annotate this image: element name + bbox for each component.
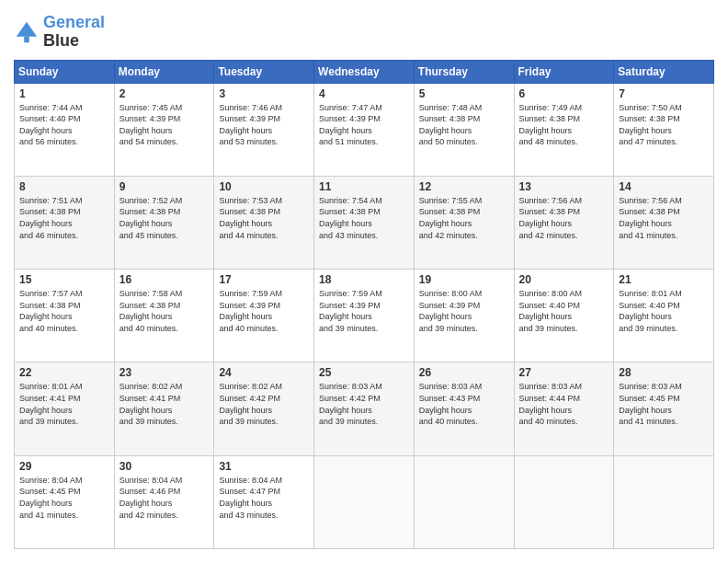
calendar-cell: 8 Sunrise: 7:51 AM Sunset: 4:38 PM Dayli… [15,176,115,269]
week-row-1: 1 Sunrise: 7:44 AM Sunset: 4:40 PM Dayli… [15,83,714,176]
cell-info: Sunrise: 7:48 AM Sunset: 4:38 PM Dayligh… [419,102,509,148]
cell-info: Sunrise: 8:02 AM Sunset: 4:41 PM Dayligh… [119,381,210,427]
weekday-header-row: SundayMondayTuesdayWednesdayThursdayFrid… [15,60,714,83]
cell-info: Sunrise: 7:45 AM Sunset: 4:39 PM Dayligh… [119,102,210,148]
calendar-cell: 28 Sunrise: 8:03 AM Sunset: 4:45 PM Dayl… [614,362,714,455]
day-number: 18 [319,273,409,286]
calendar-cell: 18 Sunrise: 7:59 AM Sunset: 4:39 PM Dayl… [314,270,415,362]
calendar-cell: 30 Sunrise: 8:04 AM Sunset: 4:46 PM Dayl… [114,455,214,548]
weekday-monday: Monday [114,60,214,83]
calendar-cell: 3 Sunrise: 7:46 AM Sunset: 4:39 PM Dayli… [214,83,314,176]
cell-info: Sunrise: 7:51 AM Sunset: 4:38 PM Dayligh… [19,195,109,241]
calendar-cell: 5 Sunrise: 7:48 AM Sunset: 4:38 PM Dayli… [414,83,514,176]
day-number: 17 [219,273,309,286]
calendar-cell [514,455,614,548]
cell-info: Sunrise: 7:47 AM Sunset: 4:39 PM Dayligh… [319,102,409,148]
logo-text: General Blue [43,14,105,51]
calendar-cell: 16 Sunrise: 7:58 AM Sunset: 4:38 PM Dayl… [114,270,214,362]
cell-info: Sunrise: 7:50 AM Sunset: 4:38 PM Dayligh… [619,102,709,148]
day-number: 22 [19,366,109,379]
calendar-cell: 25 Sunrise: 8:03 AM Sunset: 4:42 PM Dayl… [314,362,415,455]
calendar-cell: 31 Sunrise: 8:04 AM Sunset: 4:47 PM Dayl… [214,455,314,548]
cell-info: Sunrise: 8:04 AM Sunset: 4:45 PM Dayligh… [19,475,109,521]
day-number: 9 [119,180,210,193]
cell-info: Sunrise: 8:03 AM Sunset: 4:42 PM Dayligh… [319,381,409,427]
day-number: 24 [219,366,309,379]
calendar-cell: 9 Sunrise: 7:52 AM Sunset: 4:38 PM Dayli… [114,176,214,269]
calendar-cell: 1 Sunrise: 7:44 AM Sunset: 4:40 PM Dayli… [15,83,115,176]
calendar-cell [414,455,514,548]
calendar-cell: 27 Sunrise: 8:03 AM Sunset: 4:44 PM Dayl… [514,362,614,455]
cell-info: Sunrise: 8:03 AM Sunset: 4:43 PM Dayligh… [419,381,509,427]
weekday-friday: Friday [514,60,614,83]
svg-rect-1 [24,36,29,42]
day-number: 4 [319,87,409,100]
header: General Blue [14,14,714,51]
day-number: 5 [419,87,509,100]
day-number: 30 [119,460,210,473]
day-number: 8 [19,180,109,193]
calendar-cell: 13 Sunrise: 7:56 AM Sunset: 4:38 PM Dayl… [514,176,614,269]
calendar-cell: 24 Sunrise: 8:02 AM Sunset: 4:42 PM Dayl… [214,362,314,455]
week-row-3: 15 Sunrise: 7:57 AM Sunset: 4:38 PM Dayl… [15,270,714,362]
weekday-wednesday: Wednesday [314,60,415,83]
day-number: 7 [619,87,709,100]
weekday-saturday: Saturday [614,60,714,83]
calendar-cell: 26 Sunrise: 8:03 AM Sunset: 4:43 PM Dayl… [414,362,514,455]
svg-marker-0 [17,22,37,37]
day-number: 14 [619,180,709,193]
day-number: 23 [119,366,210,379]
cell-info: Sunrise: 7:59 AM Sunset: 4:39 PM Dayligh… [319,288,409,334]
cell-info: Sunrise: 7:56 AM Sunset: 4:38 PM Dayligh… [619,195,709,241]
week-row-4: 22 Sunrise: 8:01 AM Sunset: 4:41 PM Dayl… [15,362,714,455]
day-number: 25 [319,366,409,379]
calendar-table: SundayMondayTuesdayWednesdayThursdayFrid… [14,60,714,549]
cell-info: Sunrise: 7:58 AM Sunset: 4:38 PM Dayligh… [119,288,210,334]
cell-info: Sunrise: 7:52 AM Sunset: 4:38 PM Dayligh… [119,195,210,241]
day-number: 20 [519,273,609,286]
cell-info: Sunrise: 8:00 AM Sunset: 4:40 PM Dayligh… [519,288,609,334]
day-number: 3 [219,87,309,100]
day-number: 13 [519,180,609,193]
day-number: 21 [619,273,709,286]
calendar-cell [314,455,415,548]
calendar-cell: 4 Sunrise: 7:47 AM Sunset: 4:39 PM Dayli… [314,83,415,176]
cell-info: Sunrise: 7:55 AM Sunset: 4:38 PM Dayligh… [419,195,509,241]
cell-info: Sunrise: 7:59 AM Sunset: 4:39 PM Dayligh… [219,288,309,334]
day-number: 10 [219,180,309,193]
day-number: 31 [219,460,309,473]
day-number: 15 [19,273,109,286]
day-number: 11 [319,180,409,193]
cell-info: Sunrise: 8:01 AM Sunset: 4:41 PM Dayligh… [19,381,109,427]
day-number: 19 [419,273,509,286]
cell-info: Sunrise: 8:00 AM Sunset: 4:39 PM Dayligh… [419,288,509,334]
calendar-cell: 2 Sunrise: 7:45 AM Sunset: 4:39 PM Dayli… [114,83,214,176]
calendar-cell: 10 Sunrise: 7:53 AM Sunset: 4:38 PM Dayl… [214,176,314,269]
calendar-cell: 15 Sunrise: 7:57 AM Sunset: 4:38 PM Dayl… [15,270,115,362]
page: General Blue SundayMondayTuesdayWednesda… [0,0,728,563]
day-number: 2 [119,87,210,100]
calendar-cell: 17 Sunrise: 7:59 AM Sunset: 4:39 PM Dayl… [214,270,314,362]
calendar-cell [614,455,714,548]
day-number: 16 [119,273,210,286]
cell-info: Sunrise: 8:03 AM Sunset: 4:44 PM Dayligh… [519,381,609,427]
calendar-cell: 12 Sunrise: 7:55 AM Sunset: 4:38 PM Dayl… [414,176,514,269]
day-number: 28 [619,366,709,379]
calendar-cell: 6 Sunrise: 7:49 AM Sunset: 4:38 PM Dayli… [514,83,614,176]
cell-info: Sunrise: 7:46 AM Sunset: 4:39 PM Dayligh… [219,102,309,148]
cell-info: Sunrise: 7:54 AM Sunset: 4:38 PM Dayligh… [319,195,409,241]
cell-info: Sunrise: 8:03 AM Sunset: 4:45 PM Dayligh… [619,381,709,427]
weekday-sunday: Sunday [15,60,115,83]
calendar-cell: 22 Sunrise: 8:01 AM Sunset: 4:41 PM Dayl… [15,362,115,455]
day-number: 6 [519,87,609,100]
logo-icon [14,19,40,45]
calendar-cell: 14 Sunrise: 7:56 AM Sunset: 4:38 PM Dayl… [614,176,714,269]
calendar-cell: 20 Sunrise: 8:00 AM Sunset: 4:40 PM Dayl… [514,270,614,362]
day-number: 12 [419,180,509,193]
calendar-cell: 23 Sunrise: 8:02 AM Sunset: 4:41 PM Dayl… [114,362,214,455]
calendar-body: 1 Sunrise: 7:44 AM Sunset: 4:40 PM Dayli… [15,83,714,548]
cell-info: Sunrise: 8:02 AM Sunset: 4:42 PM Dayligh… [219,381,309,427]
cell-info: Sunrise: 7:56 AM Sunset: 4:38 PM Dayligh… [519,195,609,241]
week-row-2: 8 Sunrise: 7:51 AM Sunset: 4:38 PM Dayli… [15,176,714,269]
cell-info: Sunrise: 8:04 AM Sunset: 4:46 PM Dayligh… [119,475,210,521]
